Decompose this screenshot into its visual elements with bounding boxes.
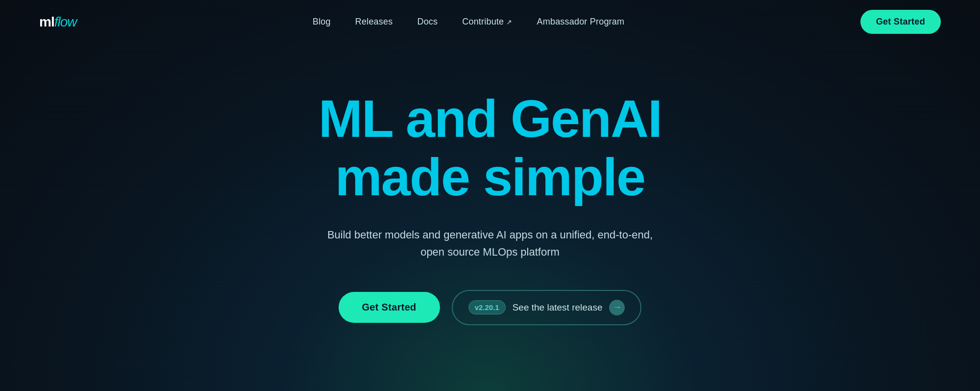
- hero-get-started-button[interactable]: Get Started: [339, 292, 440, 323]
- nav-link-blog[interactable]: Blog: [313, 17, 331, 26]
- hero-title-line1: ML and GenAI: [318, 89, 662, 148]
- nav-item-ambassador: Ambassador Program: [537, 17, 625, 27]
- release-text: See the latest release: [513, 302, 603, 313]
- nav-link-releases[interactable]: Releases: [355, 17, 393, 26]
- logo-ml: ml: [39, 14, 54, 30]
- latest-release-button[interactable]: v2.20.1 See the latest release →: [452, 290, 642, 325]
- nav-item-docs: Docs: [417, 17, 438, 27]
- nav-get-started-button[interactable]: Get Started: [860, 10, 941, 34]
- hero-subtitle-line2: open source MLOps platform: [420, 246, 560, 258]
- logo-flow: flow: [54, 14, 77, 30]
- hero-title-line2: made simple: [335, 147, 645, 207]
- contribute-label: Contribute: [462, 17, 504, 27]
- external-link-icon: ↗: [506, 18, 512, 26]
- hero-buttons: Get Started v2.20.1 See the latest relea…: [339, 290, 642, 325]
- nav-link-docs[interactable]: Docs: [417, 17, 438, 26]
- nav-links: Blog Releases Docs Contribute ↗ Ambassad…: [313, 17, 624, 27]
- nav-item-blog: Blog: [313, 17, 331, 27]
- release-arrow-icon: →: [609, 300, 625, 315]
- nav-item-contribute: Contribute ↗: [462, 17, 512, 27]
- navbar: mlflow Blog Releases Docs Contribute ↗ A…: [0, 0, 980, 44]
- nav-link-ambassador[interactable]: Ambassador Program: [537, 17, 625, 26]
- nav-item-releases: Releases: [355, 17, 393, 27]
- hero-subtitle: Build better models and generative AI ap…: [327, 226, 653, 261]
- hero-section: ML and GenAI made simple Build better mo…: [0, 44, 980, 391]
- logo[interactable]: mlflow: [39, 14, 76, 30]
- release-version-badge: v2.20.1: [468, 300, 506, 314]
- nav-link-contribute[interactable]: Contribute ↗: [462, 17, 512, 27]
- hero-title: ML and GenAI made simple: [318, 90, 662, 207]
- hero-subtitle-line1: Build better models and generative AI ap…: [327, 229, 653, 241]
- page-wrapper: mlflow Blog Releases Docs Contribute ↗ A…: [0, 0, 980, 391]
